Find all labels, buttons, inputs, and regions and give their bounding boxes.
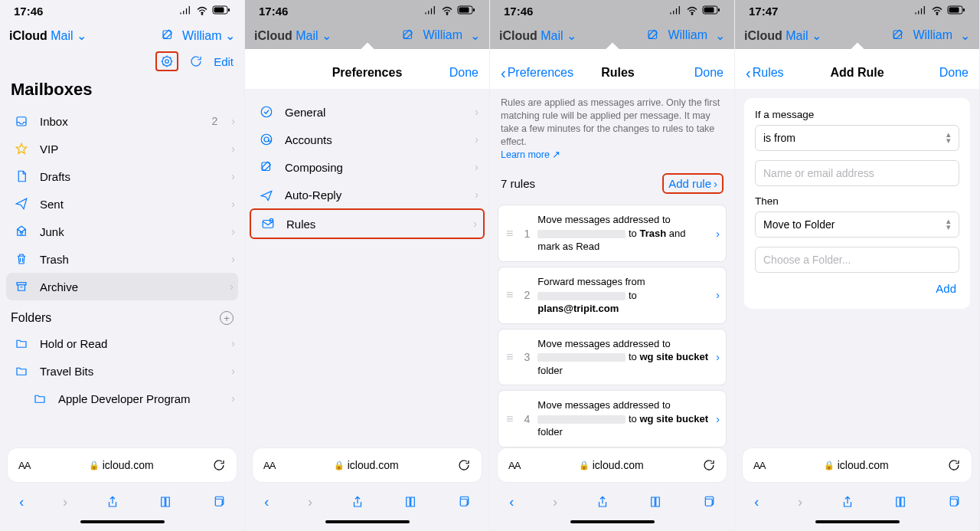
- phone-1-mailboxes: 17:46 iCloud Mail ⌄ William ⌄ Edit Mailb…: [0, 0, 245, 531]
- gear-icon[interactable]: [160, 54, 174, 68]
- wifi-icon: [440, 4, 454, 18]
- rules-intro-text: Rules are applied as messages arrive. On…: [490, 89, 734, 166]
- back-button[interactable]: ‹ Preferences: [501, 64, 573, 82]
- drag-handle-icon[interactable]: ≡: [506, 412, 513, 426]
- svg-rect-23: [704, 8, 714, 13]
- popover-arrow: [245, 49, 489, 57]
- rule-item-4[interactable]: ≡ 4 Move messages addressed to to wg sit…: [498, 390, 727, 447]
- clock: 17:47: [749, 5, 778, 18]
- safari-address-bar[interactable]: AA 🔒icloud.com: [498, 448, 727, 482]
- bookmarks-icon[interactable]: [158, 495, 172, 509]
- bookmarks-icon[interactable]: [403, 495, 417, 509]
- safari-address-bar[interactable]: AA 🔒icloud.com: [8, 448, 237, 482]
- done-button[interactable]: Done: [907, 66, 969, 80]
- bookmarks-icon[interactable]: [893, 495, 907, 509]
- mailbox-junk[interactable]: Junk ›: [0, 218, 244, 245]
- drag-handle-icon[interactable]: ≡: [506, 350, 513, 364]
- svg-point-0: [201, 14, 203, 15]
- checkmark-circle-icon: [259, 105, 274, 119]
- pref-accounts[interactable]: Accounts›: [245, 126, 489, 153]
- tabs-icon[interactable]: [456, 495, 470, 509]
- app-title[interactable]: iCloud Mail ⌄: [9, 28, 87, 43]
- reload-icon[interactable]: [457, 458, 471, 472]
- folder-travel-bits[interactable]: Travel Bits ›: [0, 357, 244, 385]
- back-button[interactable]: ‹ Rules: [746, 64, 807, 82]
- lock-icon: 🔒: [89, 461, 100, 470]
- back-icon[interactable]: ‹: [264, 494, 269, 510]
- mailbox-archive[interactable]: Archive ›: [6, 273, 238, 300]
- add-rule-button-highlighted[interactable]: Add rule ›: [662, 173, 724, 194]
- reload-icon[interactable]: [702, 458, 716, 472]
- rule-item-3[interactable]: ≡ 3 Move messages addressed to to wg sit…: [498, 329, 727, 386]
- back-icon[interactable]: ‹: [754, 494, 759, 510]
- pref-autoreply[interactable]: Auto-Reply›: [245, 181, 489, 208]
- bookmarks-icon[interactable]: [648, 495, 662, 509]
- action-select[interactable]: Move to Folder ▴▾: [755, 211, 959, 238]
- svg-rect-30: [963, 8, 965, 11]
- mailbox-inbox[interactable]: Inbox 2 ›: [0, 107, 244, 135]
- preferences-list: General› Accounts› Composing› Auto-Reply…: [245, 89, 489, 448]
- chevron-right-icon: ›: [231, 115, 235, 127]
- aa-icon[interactable]: AA: [263, 460, 275, 471]
- battery-icon: [947, 5, 965, 16]
- compose-icon[interactable]: [161, 28, 175, 42]
- settings-gear-highlight: [155, 51, 178, 71]
- tabs-icon[interactable]: [211, 495, 225, 509]
- home-indicator: [735, 517, 979, 531]
- mailbox-trash[interactable]: Trash ›: [0, 245, 244, 273]
- edit-button[interactable]: Edit: [214, 55, 234, 68]
- folder-hold-or-read[interactable]: Hold or Read ›: [0, 329, 244, 357]
- tabs-icon[interactable]: [701, 495, 715, 509]
- folder-input[interactable]: Choose a Folder...: [755, 247, 959, 273]
- aa-icon[interactable]: AA: [508, 460, 520, 471]
- mailboxes-heading: Mailboxes: [0, 74, 244, 107]
- mailbox-vip[interactable]: VIP ›: [0, 135, 244, 162]
- status-bar: 17:46: [245, 0, 489, 21]
- share-icon[interactable]: [351, 495, 364, 509]
- safari-address-bar[interactable]: AA 🔒icloud.com: [253, 448, 482, 482]
- pref-general[interactable]: General›: [245, 98, 489, 126]
- aa-icon[interactable]: AA: [18, 460, 30, 471]
- folder-apple-dev[interactable]: Apple Developer Program ›: [0, 385, 244, 412]
- reload-icon[interactable]: [947, 458, 961, 472]
- svg-point-27: [936, 14, 938, 15]
- rule-item-1[interactable]: ≡ 1 Move messages addressed to to Trash …: [498, 205, 727, 262]
- sheet-header: ‹ Preferences Rules Done: [490, 57, 734, 89]
- share-icon[interactable]: [106, 495, 119, 509]
- address-input[interactable]: Name or email address: [755, 160, 959, 186]
- share-icon[interactable]: [596, 495, 609, 509]
- pref-composing[interactable]: Composing›: [245, 153, 489, 181]
- aa-icon[interactable]: AA: [753, 460, 765, 471]
- back-icon[interactable]: ‹: [19, 494, 24, 510]
- sheet-title: Add Rule: [807, 66, 907, 80]
- back-icon[interactable]: ‹: [509, 494, 514, 510]
- pref-rules-highlighted[interactable]: Rules›: [250, 208, 485, 239]
- svg-point-14: [261, 107, 272, 117]
- safari-address-bar[interactable]: AA 🔒icloud.com: [743, 448, 972, 482]
- drag-handle-icon[interactable]: ≡: [506, 227, 513, 241]
- condition-select[interactable]: is from ▴▾: [755, 125, 959, 151]
- refresh-icon[interactable]: [189, 54, 203, 68]
- svg-rect-29: [949, 8, 959, 13]
- mailbox-sent[interactable]: Sent ›: [0, 190, 244, 218]
- share-icon[interactable]: [841, 495, 854, 509]
- sheet-title: Preferences: [317, 66, 417, 80]
- chevron-right-icon: ›: [716, 289, 720, 301]
- add-button[interactable]: Add: [755, 282, 959, 298]
- forward-icon: ›: [553, 494, 557, 510]
- user-menu[interactable]: William ⌄: [182, 28, 235, 43]
- add-folder-icon[interactable]: +: [220, 311, 234, 325]
- cellular-icon: [913, 4, 927, 18]
- reload-icon[interactable]: [212, 458, 226, 472]
- star-icon: [14, 142, 29, 156]
- tabs-icon[interactable]: [946, 495, 960, 509]
- rules-list: ≡ 1 Move messages addressed to to Trash …: [490, 200, 734, 448]
- popover-arrow: [735, 49, 979, 57]
- learn-more-link[interactable]: Learn more ↗: [501, 149, 560, 160]
- rule-item-2[interactable]: ≡ 2 Forward messages from to plans@tripi…: [498, 267, 727, 324]
- done-button[interactable]: Done: [417, 66, 479, 80]
- mailbox-drafts[interactable]: Drafts ›: [0, 162, 244, 190]
- done-button[interactable]: Done: [662, 66, 724, 80]
- drag-handle-icon[interactable]: ≡: [506, 288, 513, 302]
- svg-rect-3: [228, 8, 230, 11]
